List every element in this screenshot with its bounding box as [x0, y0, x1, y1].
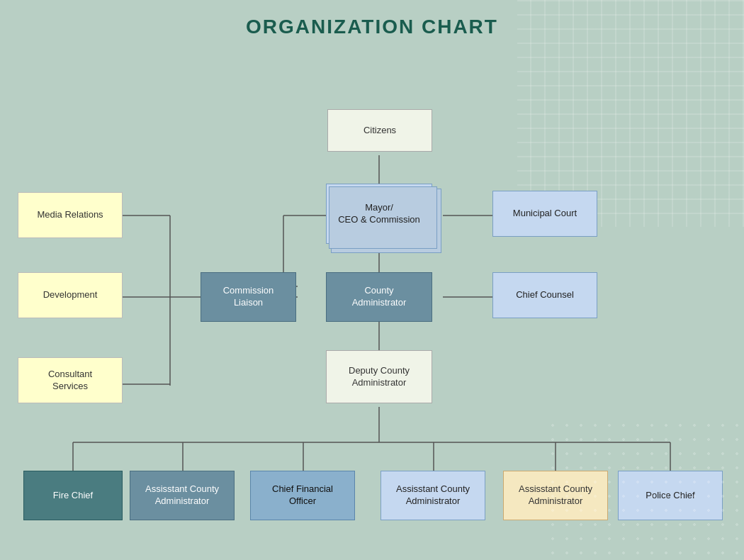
- consultant-services-box: Consultant Services: [18, 357, 123, 403]
- asst-admin-2-box: Assisstant County Administrator: [381, 471, 485, 520]
- chief-counsel-label: Chief Counsel: [516, 289, 574, 301]
- citizens-label: Citizens: [363, 125, 396, 137]
- page-title: ORGANIZATION CHART: [0, 0, 744, 45]
- commission-liaison-box: Commission Liaison: [201, 272, 296, 322]
- development-label: Development: [43, 289, 98, 301]
- cfo-label: Chief Financial Officer: [272, 483, 333, 508]
- media-relations-label: Media Relations: [37, 209, 103, 221]
- commission-liaison-label: Commission Liaison: [223, 285, 274, 309]
- police-chief-box: Police Chief: [618, 471, 723, 520]
- fire-chief-box: Fire Chief: [23, 471, 123, 520]
- county-admin-box: County Administrator: [326, 272, 432, 322]
- chief-counsel-box: Chief Counsel: [492, 272, 597, 318]
- media-relations-box: Media Relations: [18, 192, 123, 238]
- police-chief-label: Police Chief: [646, 490, 694, 502]
- citizens-box: Citizens: [327, 109, 432, 152]
- asst-admin-3-box: Assisstant County Administrator: [503, 471, 608, 520]
- org-chart: Citizens Mayor/ CEO & Commission Municip…: [0, 45, 744, 560]
- asst-admin-3-label: Assisstant County Administrator: [519, 483, 592, 508]
- asst-admin-1-label: Assisstant County Administrator: [145, 483, 219, 508]
- deputy-county-admin-label: Deputy County Administrator: [349, 365, 410, 389]
- municipal-court-label: Municipal Court: [513, 208, 577, 220]
- development-box: Development: [18, 272, 123, 318]
- county-admin-label: County Administrator: [352, 285, 407, 309]
- asst-admin-1-box: Assisstant County Administrator: [130, 471, 235, 520]
- consultant-services-label: Consultant Services: [48, 369, 92, 393]
- mayor-box: Mayor/ CEO & Commission: [326, 184, 432, 244]
- mayor-label: Mayor/ CEO & Commission: [338, 202, 420, 226]
- cfo-box: Chief Financial Officer: [250, 471, 355, 520]
- fire-chief-label: Fire Chief: [53, 490, 93, 502]
- asst-admin-2-label: Assisstant County Administrator: [396, 483, 470, 508]
- municipal-court-box: Municipal Court: [492, 191, 597, 237]
- deputy-county-admin-box: Deputy County Administrator: [326, 350, 432, 403]
